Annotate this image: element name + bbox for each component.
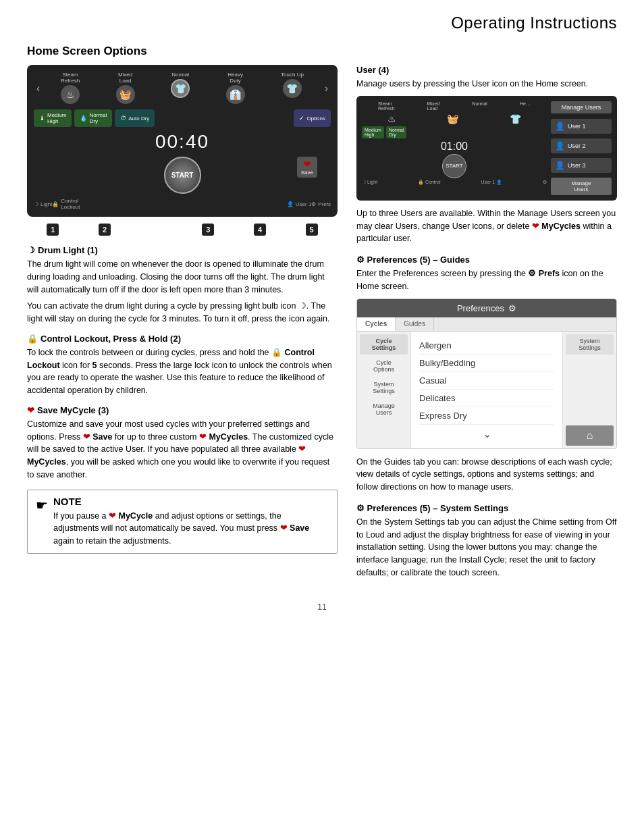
save-mycycle-title: ❤ Save MyCycle (3) bbox=[27, 405, 338, 415]
cycle-bulky-bedding[interactable]: Bulky/Bedding bbox=[419, 355, 554, 372]
user-row-3[interactable]: 👤 User 3 bbox=[551, 158, 612, 173]
cycle-delicates[interactable]: Delicates bbox=[419, 390, 554, 407]
right-column: User (4) Manage users by pressing the Us… bbox=[356, 65, 617, 589]
manage-users-mockup: SteamRefresh MixedLoad Normal He… ♨ 🧺 👕 … bbox=[356, 96, 617, 201]
auto-dry-button[interactable]: ⏱Auto Dry bbox=[115, 109, 155, 127]
section-title: Home Screen Options bbox=[27, 45, 617, 58]
control-lockout-p1: To lock the controls between or during c… bbox=[27, 346, 338, 397]
user-3-label: User 3 bbox=[568, 162, 586, 169]
temp-button[interactable]: 🌡MediumHigh bbox=[34, 109, 72, 127]
start-button[interactable]: START bbox=[164, 157, 201, 194]
note-content: NOTE If you pause a ❤ MyCycle and adjust… bbox=[53, 496, 329, 548]
user-2-label: User 2 bbox=[568, 142, 586, 149]
cycle-allergen[interactable]: Allergen bbox=[419, 337, 554, 355]
manage-left-panel: SteamRefresh MixedLoad Normal He… ♨ 🧺 👕 … bbox=[362, 101, 547, 195]
prefs-gear-icon: ⚙ bbox=[508, 303, 516, 313]
prefs-guides-p1: Enter the Preferences screen by pressing… bbox=[356, 267, 617, 293]
prefs-main-content: Allergen Bulky/Bedding Casual Delicates … bbox=[411, 332, 562, 448]
control-lockout-title: 🔒 Control Lockout, Press & Hold (2) bbox=[27, 334, 338, 344]
nav-prev-arrow[interactable]: ‹ bbox=[34, 82, 43, 95]
scroll-down-icon[interactable]: ⌄ bbox=[419, 425, 554, 443]
label-5: 5 bbox=[306, 224, 318, 236]
drum-light-section: ☽ Drum Light (1) The drum light will com… bbox=[27, 245, 338, 325]
label-3: 3 bbox=[202, 224, 214, 236]
user-1-label: User 1 bbox=[568, 123, 586, 130]
user-2-icon: 👤 bbox=[555, 141, 565, 151]
cycle-mixed-load[interactable]: MixedLoad 🧺 bbox=[116, 72, 135, 105]
sidebar-manage-users[interactable]: ManageUsers bbox=[360, 399, 408, 419]
start-area: START ❤ Save bbox=[34, 157, 331, 194]
note-text: If you pause a ❤ MyCycle and adjust opti… bbox=[53, 510, 329, 548]
cycle-steam-refresh[interactable]: SteamRefresh ♨ bbox=[61, 72, 80, 105]
tab-cycles[interactable]: Cycles bbox=[357, 317, 396, 331]
save-button[interactable]: ❤ Save bbox=[297, 157, 317, 178]
dryer-screen-mockup: ‹ SteamRefresh ♨ MixedLoad 🧺 Normal 👕 bbox=[27, 65, 338, 217]
prefs-indicator[interactable]: ⚙Prefs bbox=[311, 201, 331, 207]
user-row-1[interactable]: 👤 User 1 bbox=[551, 119, 612, 134]
manage-users-panel-title: Manage Users bbox=[551, 101, 612, 113]
heart-icon: ❤ bbox=[27, 405, 34, 415]
prefs-title: Preferences bbox=[457, 303, 504, 313]
cycle-casual[interactable]: Casual bbox=[419, 372, 554, 390]
sidebar-cycle-settings[interactable]: CycleSettings bbox=[360, 334, 408, 355]
save-mycycle-p1: Customize and save your most used cycles… bbox=[27, 418, 338, 481]
home-button[interactable]: ⌂ bbox=[566, 425, 614, 446]
sidebar-system-settings[interactable]: SystemSettings bbox=[360, 377, 408, 398]
drum-light-p2: You can activate the drum light during a… bbox=[27, 300, 338, 325]
manage-right-panel: Manage Users 👤 User 1 👤 User 2 👤 User 3 … bbox=[551, 101, 612, 195]
sidebar-cycle-options[interactable]: CycleOptions bbox=[360, 356, 408, 376]
cycle-touch-up[interactable]: Touch Up 👕 bbox=[281, 72, 304, 105]
drum-light-title: ☽ Drum Light (1) bbox=[27, 245, 338, 255]
prefs-guides-title: ⚙ Preferences (5) – Guides bbox=[356, 255, 617, 265]
system-settings-button[interactable]: SystemSettings bbox=[566, 334, 614, 355]
prefs-system-p1: On the System Settings tab you can adjus… bbox=[356, 516, 617, 579]
note-box: ☛ NOTE If you pause a ❤ MyCycle and adju… bbox=[27, 490, 338, 554]
screen-bottom-bar: ☽Light 🔒ControlLockout 👤User 1 ⚙Prefs bbox=[34, 198, 331, 210]
user-row-2[interactable]: 👤 User 2 bbox=[551, 138, 612, 153]
control-lockout-indicator[interactable]: 🔒ControlLockout bbox=[52, 198, 80, 210]
page-title: Operating Instructions bbox=[27, 14, 617, 32]
prefs-sidebar: CycleSettings CycleOptions SystemSetting… bbox=[357, 332, 411, 448]
save-mycycle-section: ❤ Save MyCycle (3) Customize and save yo… bbox=[27, 405, 338, 481]
numbered-labels: 1 2 3 4 5 bbox=[27, 224, 338, 236]
user-section-p2: Up to three Users are available. Within … bbox=[356, 207, 617, 245]
prefs-header: Preferences ⚙ bbox=[357, 299, 616, 317]
cycle-express-dry[interactable]: Express Dry bbox=[419, 407, 554, 425]
page-number: 11 bbox=[27, 602, 617, 612]
note-icon: ☛ bbox=[36, 497, 48, 513]
tab-guides[interactable]: Guides bbox=[396, 317, 434, 331]
cycle-nav: ‹ SteamRefresh ♨ MixedLoad 🧺 Normal 👕 bbox=[34, 72, 331, 105]
prefs-tabs: Cycles Guides bbox=[357, 317, 616, 332]
note-title: NOTE bbox=[53, 496, 329, 507]
user-indicator[interactable]: 👤User 1 bbox=[287, 201, 312, 207]
prefs-guides-p2: On the Guides tab you can: browse descri… bbox=[356, 456, 617, 494]
options-button[interactable]: ✓Options bbox=[294, 109, 331, 127]
drum-light-p1: The drum light will come on whenever the… bbox=[27, 258, 338, 296]
label-1: 1 bbox=[47, 224, 59, 236]
left-column: ‹ SteamRefresh ♨ MixedLoad 🧺 Normal 👕 bbox=[27, 65, 338, 589]
prefs-system-title: ⚙ Preferences (5) – System Settings bbox=[356, 503, 617, 513]
prefs-right-buttons: SystemSettings ⌂ bbox=[562, 332, 616, 448]
user-3-icon: 👤 bbox=[555, 161, 565, 170]
user-section: User (4) Manage users by pressing the Us… bbox=[356, 65, 617, 245]
user-1-icon: 👤 bbox=[555, 122, 565, 131]
prefs-body: CycleSettings CycleOptions SystemSetting… bbox=[357, 332, 616, 448]
label-2: 2 bbox=[99, 224, 111, 236]
prefs-system-section: ⚙ Preferences (5) – System Settings On t… bbox=[356, 503, 617, 579]
cycle-heavy-duty[interactable]: HeavyDuty 👔 bbox=[226, 72, 245, 105]
control-lockout-section: 🔒 Control Lockout, Press & Hold (2) To l… bbox=[27, 334, 338, 397]
settings-buttons-row: 🌡MediumHigh 💧NormalDry ⏱Auto Dry ✓Option… bbox=[34, 109, 331, 127]
bulb-icon: ☽ bbox=[27, 245, 35, 255]
user-section-p1: Manage users by pressing the User icon o… bbox=[356, 78, 617, 90]
preferences-mockup: Preferences ⚙ Cycles Guides CycleSetting… bbox=[356, 298, 617, 449]
label-4: 4 bbox=[254, 224, 266, 236]
lock-icon: 🔒 bbox=[27, 334, 38, 344]
timer-display: 00:40 bbox=[34, 131, 331, 153]
prefs-guides-section: ⚙ Preferences (5) – Guides Enter the Pre… bbox=[356, 255, 617, 494]
nav-next-arrow[interactable]: › bbox=[322, 82, 331, 95]
dryness-button[interactable]: 💧NormalDry bbox=[74, 109, 112, 127]
user-section-title: User (4) bbox=[356, 65, 617, 75]
light-indicator[interactable]: ☽Light bbox=[34, 201, 52, 207]
manage-users-button[interactable]: ManageUsers bbox=[551, 178, 612, 195]
cycle-normal[interactable]: Normal 👕 bbox=[171, 72, 190, 105]
